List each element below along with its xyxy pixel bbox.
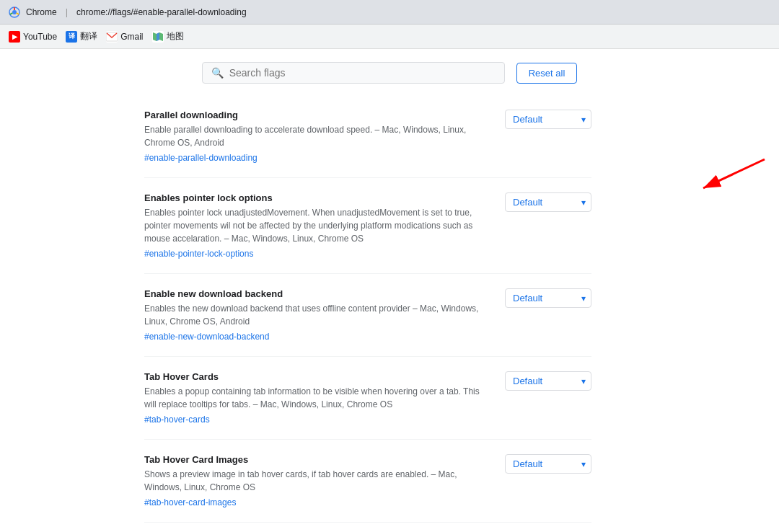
flag-control: DefaultEnabledDisabled xyxy=(505,288,591,308)
flag-title: Enable new download backend xyxy=(144,288,490,299)
select-wrapper: DefaultEnabledDisabled xyxy=(505,454,591,474)
flag-select[interactable]: DefaultEnabledDisabled xyxy=(505,288,591,308)
address-bar-url: chrome://flags/#enable-parallel-download… xyxy=(76,7,246,17)
flag-info: Tab Hover CardsEnables a popup containin… xyxy=(144,371,490,425)
flag-select[interactable]: DefaultEnabledDisabled xyxy=(505,192,591,212)
red-arrow xyxy=(685,156,772,199)
svg-point-1 xyxy=(12,10,17,14)
select-wrapper: DefaultEnabledDisabled xyxy=(505,371,591,391)
translate-label: 翻译 xyxy=(80,30,97,43)
translate-icon: 译 xyxy=(66,31,77,43)
flag-desc: Enable parallel downloading to accelerat… xyxy=(144,123,490,149)
flag-info: Enable new download backendEnables the n… xyxy=(144,288,490,342)
flag-desc: Enables pointer lock unadjustedMovement.… xyxy=(144,206,490,245)
flag-desc: Enables a popup containing tab informati… xyxy=(144,385,490,411)
select-wrapper: DefaultEnabledDisabled xyxy=(505,192,591,212)
flag-title: Tab Hover Card Images xyxy=(144,454,490,465)
title-separator: | xyxy=(66,6,68,17)
bookmark-translate[interactable]: 译 翻译 xyxy=(66,30,97,43)
svg-line-6 xyxy=(703,159,765,188)
gmail-label: Gmail xyxy=(120,32,143,42)
flag-item: Enable new download backendEnables the n… xyxy=(144,274,591,357)
reset-all-button[interactable]: Reset all xyxy=(516,63,578,84)
search-icon: 🔍 xyxy=(211,67,224,79)
flag-desc: Enables the new download backend that us… xyxy=(144,302,490,328)
flag-select[interactable]: DefaultEnabledDisabled xyxy=(505,371,591,391)
youtube-icon: ▶ xyxy=(9,31,20,43)
flag-link[interactable]: #enable-new-download-backend xyxy=(144,332,269,342)
select-wrapper: DefaultEnabledDisabled xyxy=(505,110,591,129)
flag-link[interactable]: #tab-hover-cards xyxy=(144,414,210,425)
flag-title: Tab Hover Cards xyxy=(144,371,490,382)
flag-info: Parallel downloadingEnable parallel down… xyxy=(144,110,490,163)
svg-marker-4 xyxy=(157,32,159,41)
flag-item: Enable storage pressure EventIf enabled,… xyxy=(144,523,591,532)
flag-item: Tab Hover CardsEnables a popup containin… xyxy=(144,357,591,440)
search-area: 🔍 Reset all xyxy=(0,49,779,95)
flag-title: Parallel downloading xyxy=(144,110,490,120)
flag-link[interactable]: #enable-parallel-downloading xyxy=(144,153,258,163)
flags-list: Parallel downloadingEnable parallel down… xyxy=(0,95,649,532)
bookmark-gmail[interactable]: Gmail xyxy=(106,31,143,43)
gmail-icon xyxy=(106,31,118,43)
chrome-favicon xyxy=(9,6,20,18)
flag-link[interactable]: #tab-hover-card-images xyxy=(144,497,236,507)
maps-label: 地图 xyxy=(167,30,184,43)
flag-control: DefaultEnabledDisabled xyxy=(505,110,591,129)
select-wrapper: DefaultEnabledDisabled xyxy=(505,288,591,308)
flag-item: Enables pointer lock optionsEnables poin… xyxy=(144,178,591,274)
youtube-label: YouTube xyxy=(23,32,57,42)
browser-name: Chrome xyxy=(26,7,57,17)
flag-control: DefaultEnabledDisabled xyxy=(505,454,591,474)
flag-control: DefaultEnabledDisabled xyxy=(505,192,591,212)
bookmark-maps[interactable]: 地图 xyxy=(152,30,184,43)
flag-select[interactable]: DefaultEnabledDisabled xyxy=(505,110,591,129)
flag-item: Tab Hover Card ImagesShows a preview ima… xyxy=(144,440,591,523)
flag-info: Tab Hover Card ImagesShows a preview ima… xyxy=(144,454,490,507)
bookmarks-bar: ▶ YouTube 译 翻译 Gmail 地图 xyxy=(0,25,779,49)
bookmark-youtube[interactable]: ▶ YouTube xyxy=(9,31,57,43)
search-input[interactable] xyxy=(229,67,496,79)
flag-select[interactable]: DefaultEnabledDisabled xyxy=(505,454,591,474)
title-bar: Chrome | chrome://flags/#enable-parallel… xyxy=(0,0,779,25)
flag-title: Enables pointer lock options xyxy=(144,192,490,203)
main-content: 🔍 Reset all Parallel downloadingEnable p… xyxy=(0,49,779,532)
flag-link[interactable]: #enable-pointer-lock-options xyxy=(144,249,253,259)
flag-info: Enables pointer lock optionsEnables poin… xyxy=(144,192,490,259)
flag-desc: Shows a preview image in tab hover cards… xyxy=(144,468,490,494)
search-box: 🔍 xyxy=(202,62,505,84)
maps-icon xyxy=(152,31,164,43)
flag-control: DefaultEnabledDisabled xyxy=(505,371,591,391)
flag-item: Parallel downloadingEnable parallel down… xyxy=(144,95,591,178)
